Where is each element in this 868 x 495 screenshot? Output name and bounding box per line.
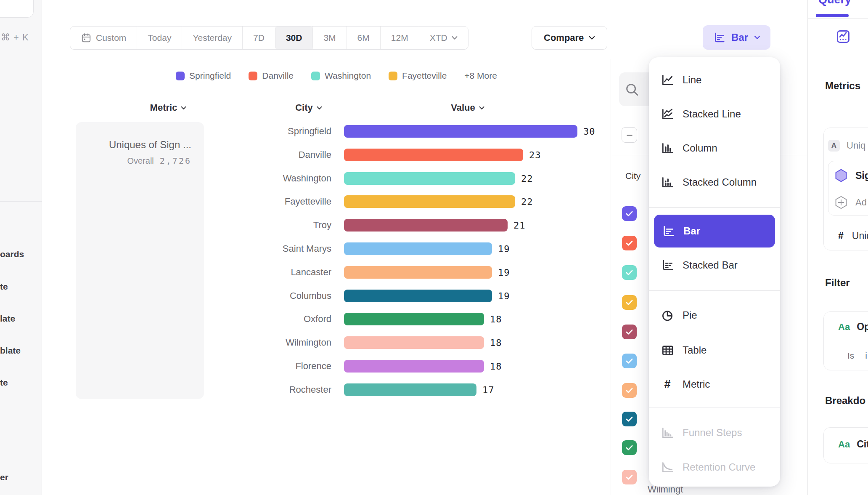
- add-event-row[interactable]: Ad: [834, 195, 867, 210]
- legend-item-springfield[interactable]: Springfield: [176, 71, 231, 81]
- range-7d-button[interactable]: 7D: [242, 27, 275, 49]
- bar-florence[interactable]: [344, 360, 484, 373]
- menu-item-stacked-column[interactable]: Stacked Column: [649, 171, 780, 194]
- checkbox-danville-checked[interactable]: [622, 236, 637, 250]
- bar-row-label: Saint Marys: [185, 243, 331, 255]
- table-icon: [661, 343, 674, 357]
- bar-row: 18: [344, 313, 502, 325]
- metric-row-a[interactable]: A Uniq: [828, 140, 865, 152]
- add-hexagon-icon: [834, 195, 849, 210]
- legend-item-washington[interactable]: Washington: [311, 71, 371, 81]
- hexagon-event-icon: [834, 168, 849, 183]
- menu-item-bar-selected[interactable]: Bar: [654, 215, 775, 248]
- bar-row: 21: [344, 219, 526, 232]
- event-row-signup[interactable]: Sig: [834, 168, 868, 183]
- string-type-icon: Aa: [838, 439, 850, 450]
- filter-heading: Filter: [825, 277, 850, 289]
- bar-row-label: Springfield: [185, 125, 331, 137]
- menu-item-stacked-line[interactable]: Stacked Line: [649, 103, 780, 125]
- checkbox-springfield-checked[interactable]: [622, 206, 637, 221]
- bar-row-label: Oxford: [185, 313, 331, 325]
- checkbox-washington-checked[interactable]: [622, 265, 637, 280]
- range-custom-button[interactable]: Custom: [70, 27, 137, 49]
- menu-item-column[interactable]: Column: [649, 137, 780, 160]
- value-column-header[interactable]: Value: [426, 102, 510, 113]
- bar-rochester[interactable]: [344, 383, 476, 396]
- line-chart-icon: [661, 73, 674, 87]
- metrics-card: A Uniq Sig Ad # Uniqu: [823, 128, 868, 250]
- range-30d-button-selected[interactable]: 30D: [275, 27, 313, 49]
- legend-more-button[interactable]: +8 More: [464, 71, 497, 81]
- checkbox-troy-checked[interactable]: [622, 325, 637, 339]
- range-xtd-button[interactable]: XTD: [419, 27, 468, 49]
- chevron-down-icon: [452, 36, 458, 40]
- menu-item-metric[interactable]: # Metric: [649, 373, 780, 396]
- legend-item-fayetteville[interactable]: Fayetteville: [389, 71, 447, 81]
- retention-curve-icon: [661, 460, 674, 474]
- bar-value-label: 18: [490, 361, 502, 372]
- select-all-checkbox-indeterminate[interactable]: [622, 127, 637, 143]
- legend-swatch: [311, 72, 320, 80]
- sidebar-item-boards[interactable]: oards: [0, 249, 24, 259]
- bar-columbus[interactable]: [344, 290, 492, 302]
- bar-value-label: 21: [513, 220, 526, 231]
- bar-wilmington[interactable]: [344, 336, 484, 349]
- menu-item-pie[interactable]: Pie: [649, 304, 780, 327]
- hash-icon: #: [661, 378, 674, 391]
- left-sidebar: [0, 0, 42, 495]
- menu-item-table[interactable]: Table: [649, 339, 780, 362]
- bar-row-label: Lancaster: [185, 266, 331, 278]
- bar-washington[interactable]: [344, 172, 515, 185]
- checkbox-lancaster-checked[interactable]: [622, 383, 637, 398]
- stacked-column-chart-icon: [661, 176, 674, 189]
- bar-troy[interactable]: [344, 219, 508, 232]
- hash-icon: #: [838, 230, 844, 242]
- chart-type-button[interactable]: Bar: [703, 25, 770, 50]
- legend-item-danville[interactable]: Danville: [249, 71, 294, 81]
- range-yesterday-button[interactable]: Yesterday: [182, 27, 242, 49]
- menu-item-stacked-bar[interactable]: Stacked Bar: [649, 254, 780, 277]
- range-3m-button[interactable]: 3M: [312, 27, 346, 49]
- chevron-down-icon: [479, 106, 484, 110]
- range-6m-button[interactable]: 6M: [347, 27, 380, 49]
- bar-lancaster[interactable]: [344, 266, 492, 279]
- checkbox-fayetteville-checked[interactable]: [622, 295, 637, 310]
- bar-row-label: Troy: [185, 219, 331, 231]
- bar-danville[interactable]: [344, 149, 523, 161]
- checkbox-columbus-checked[interactable]: [622, 412, 637, 426]
- checkbox-saint-marys-checked[interactable]: [622, 354, 637, 368]
- filter-group-label: City: [625, 171, 640, 181]
- breakdown-city-row[interactable]: Aa City: [838, 439, 868, 450]
- sidebar-item-5[interactable]: er: [0, 472, 8, 482]
- bar-value-label: 19: [498, 291, 510, 301]
- tab-query[interactable]: Query: [810, 0, 860, 6]
- bar-fayetteville[interactable]: [344, 195, 515, 208]
- bar-value-label: 17: [482, 385, 495, 395]
- range-12m-button[interactable]: 12M: [380, 27, 419, 49]
- metric-card[interactable]: Uniques of Sign ... Overall 2,726: [76, 122, 204, 399]
- checkbox-oxford-checked[interactable]: [622, 440, 637, 455]
- insights-chart-icon[interactable]: [835, 29, 851, 45]
- bar-value-label: 23: [529, 150, 541, 160]
- bar-saint-marys[interactable]: [344, 242, 492, 255]
- bar-oxford[interactable]: [344, 313, 484, 325]
- checkbox-wilmington-checked[interactable]: [622, 470, 637, 484]
- filter-property-row[interactable]: Aa Ope: [838, 321, 868, 333]
- bar-row: 18: [344, 336, 502, 349]
- sidebar-item-4[interactable]: te: [0, 378, 8, 388]
- compare-button[interactable]: Compare: [532, 26, 607, 50]
- metric-column-header[interactable]: Metric: [126, 102, 210, 113]
- range-today-button[interactable]: Today: [137, 27, 182, 49]
- filter-operator-row[interactable]: Is i: [847, 351, 867, 361]
- metric-count-row[interactable]: # Uniqu: [838, 230, 868, 242]
- sidebar-item-1[interactable]: te: [0, 282, 8, 292]
- city-column-header[interactable]: City: [267, 102, 351, 113]
- sidebar-search-input[interactable]: [0, 0, 34, 18]
- menu-item-line[interactable]: Line: [649, 69, 780, 91]
- filter-card: Aa Ope Is i: [823, 311, 868, 370]
- bar-value-label: 19: [498, 267, 510, 278]
- sidebar-item-3[interactable]: blate: [0, 346, 21, 356]
- bar-row: 18: [344, 360, 502, 373]
- bar-springfield[interactable]: [344, 125, 577, 138]
- sidebar-item-2[interactable]: late: [0, 314, 15, 324]
